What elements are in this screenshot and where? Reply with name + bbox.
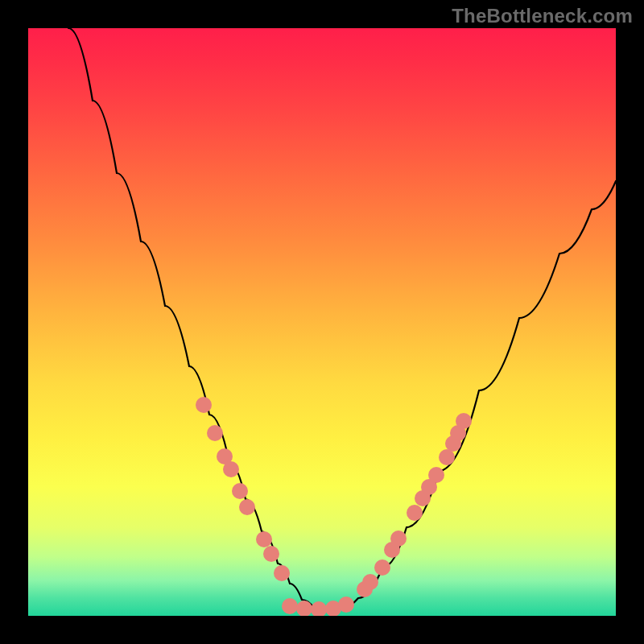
- data-dot: [274, 565, 290, 581]
- data-dot: [428, 467, 444, 483]
- data-dot: [263, 546, 279, 562]
- data-dot: [407, 505, 423, 521]
- data-dot: [362, 574, 378, 590]
- data-dot: [196, 397, 212, 413]
- data-dot: [207, 425, 223, 441]
- data-dot: [338, 597, 354, 613]
- bottleneck-curve: [68, 28, 616, 610]
- dot-cluster-right: [357, 413, 472, 597]
- data-dot: [282, 598, 298, 614]
- data-dot: [390, 530, 407, 547]
- watermark-text: TheBottleneck.com: [452, 5, 633, 27]
- data-dot: [374, 559, 390, 576]
- data-dot: [223, 461, 239, 477]
- dot-cluster-bottom: [282, 597, 354, 616]
- data-dot: [439, 449, 455, 465]
- dot-cluster-left: [196, 397, 290, 581]
- data-dot: [232, 483, 248, 499]
- data-dot: [311, 601, 327, 616]
- data-dot: [256, 531, 272, 547]
- chart-svg: [28, 28, 616, 616]
- chart-frame: TheBottleneck.com: [0, 0, 644, 644]
- chart-plot-area: [28, 28, 616, 616]
- data-dot: [456, 413, 472, 429]
- data-dot: [239, 499, 255, 515]
